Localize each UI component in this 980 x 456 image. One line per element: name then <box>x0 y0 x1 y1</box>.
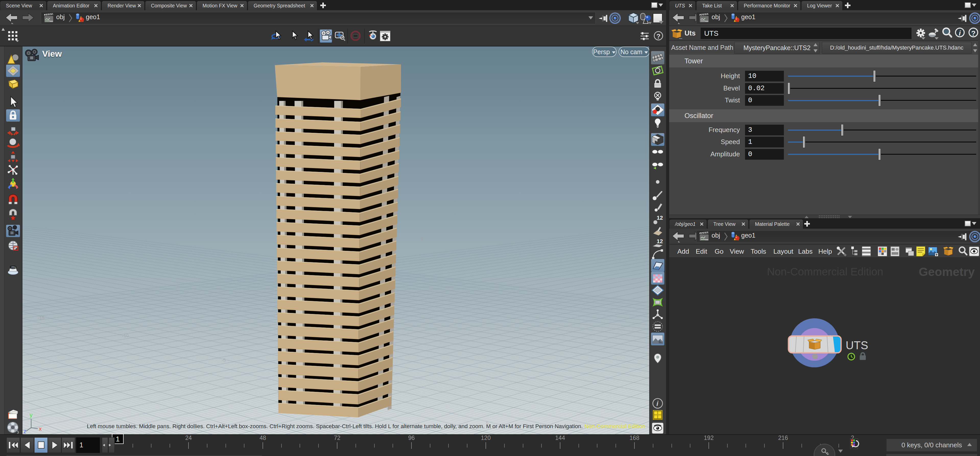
svg-text:144: 144 <box>555 435 565 441</box>
svg-text:48: 48 <box>259 435 266 441</box>
svg-text:72: 72 <box>334 435 340 441</box>
svg-text:96: 96 <box>408 435 415 441</box>
svg-text:168: 168 <box>630 435 639 441</box>
svg-text:216: 216 <box>778 435 788 441</box>
svg-text:192: 192 <box>704 435 714 441</box>
svg-text:22x: 22x <box>11 266 16 269</box>
svg-text:y: y <box>30 412 32 418</box>
svg-text:24: 24 <box>185 435 192 441</box>
svg-text:12: 12 <box>657 238 663 244</box>
svg-text:x: x <box>39 426 41 432</box>
svg-text:12: 12 <box>657 215 663 221</box>
svg-text:i: i <box>656 400 659 407</box>
svg-text:120: 120 <box>481 435 491 441</box>
svg-text:z: z <box>24 428 26 434</box>
